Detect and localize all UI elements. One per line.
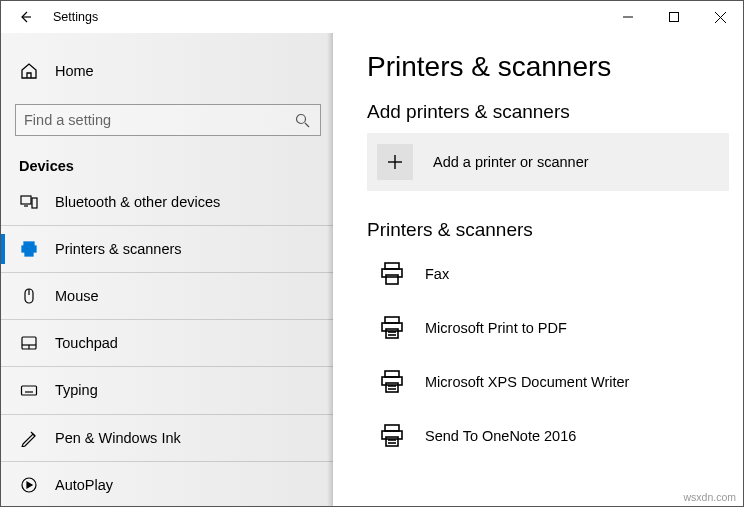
svg-rect-30 bbox=[385, 317, 399, 323]
sidebar-item-label: AutoPlay bbox=[55, 477, 113, 493]
home-icon bbox=[19, 62, 39, 80]
svg-rect-6 bbox=[21, 196, 31, 204]
svg-rect-40 bbox=[385, 425, 399, 431]
printer-item[interactable]: Send To OneNote 2016 bbox=[367, 409, 733, 463]
divider bbox=[1, 414, 333, 415]
printer-item[interactable]: Microsoft XPS Document Writer bbox=[367, 355, 733, 409]
add-printer-label: Add a printer or scanner bbox=[433, 154, 589, 170]
search-input-wrap[interactable] bbox=[15, 104, 321, 137]
sidebar-item-mouse[interactable]: Mouse bbox=[1, 275, 333, 317]
sidebar-item-touchpad[interactable]: Touchpad bbox=[1, 322, 333, 364]
sidebar-item-bluetooth[interactable]: Bluetooth & other devices bbox=[1, 180, 333, 222]
content-panel: Printers & scanners Add printers & scann… bbox=[333, 33, 743, 506]
home-button[interactable]: Home bbox=[1, 53, 333, 90]
back-button[interactable] bbox=[9, 1, 41, 33]
svg-rect-27 bbox=[385, 263, 399, 269]
sidebar-item-label: Touchpad bbox=[55, 335, 118, 351]
search-icon bbox=[292, 113, 312, 128]
mouse-icon bbox=[19, 287, 39, 305]
printer-item[interactable]: Fax bbox=[367, 247, 733, 301]
sidebar-item-label: Printers & scanners bbox=[55, 241, 182, 257]
maximize-icon bbox=[669, 12, 679, 22]
category-title: Devices bbox=[19, 158, 333, 174]
add-section-title: Add printers & scanners bbox=[367, 101, 733, 123]
window-title: Settings bbox=[53, 10, 98, 24]
minimize-button[interactable] bbox=[605, 1, 651, 33]
printer-item-label: Fax bbox=[425, 266, 449, 282]
sidebar-item-printers[interactable]: Printers & scanners bbox=[1, 228, 333, 270]
close-button[interactable] bbox=[697, 1, 743, 33]
maximize-button[interactable] bbox=[651, 1, 697, 33]
printer-doc-icon bbox=[377, 314, 407, 342]
pen-icon bbox=[19, 429, 39, 447]
add-printer-button[interactable]: Add a printer or scanner bbox=[367, 133, 729, 191]
settings-window: Settings Home De bbox=[0, 0, 744, 507]
minimize-icon bbox=[623, 12, 633, 22]
divider bbox=[1, 366, 333, 367]
sidebar-item-label: Pen & Windows Ink bbox=[55, 430, 181, 446]
svg-rect-35 bbox=[385, 371, 399, 377]
printer-item-label: Microsoft XPS Document Writer bbox=[425, 374, 629, 390]
svg-line-5 bbox=[305, 123, 309, 127]
divider bbox=[1, 461, 333, 462]
printer-icon bbox=[377, 260, 407, 288]
page-title: Printers & scanners bbox=[367, 51, 733, 83]
printer-item[interactable]: Microsoft Print to PDF bbox=[367, 301, 733, 355]
printer-doc-icon bbox=[377, 368, 407, 396]
sidebar-item-typing[interactable]: Typing bbox=[1, 369, 333, 411]
close-icon bbox=[715, 12, 726, 23]
plus-icon bbox=[386, 153, 404, 171]
home-label: Home bbox=[55, 63, 94, 79]
autoplay-icon bbox=[19, 476, 39, 494]
sidebar: Home Devices Bluetooth & other devices bbox=[1, 33, 333, 506]
window-body: Home Devices Bluetooth & other devices bbox=[1, 33, 743, 506]
touchpad-icon bbox=[19, 334, 39, 352]
divider bbox=[1, 319, 333, 320]
sidebar-item-pen[interactable]: Pen & Windows Ink bbox=[1, 417, 333, 459]
svg-rect-11 bbox=[25, 250, 33, 256]
svg-point-4 bbox=[296, 114, 305, 123]
sidebar-item-label: Bluetooth & other devices bbox=[55, 194, 220, 210]
printer-item-label: Microsoft Print to PDF bbox=[425, 320, 567, 336]
printers-section-title: Printers & scanners bbox=[367, 219, 733, 241]
divider bbox=[1, 272, 333, 273]
keyboard-icon bbox=[19, 381, 39, 399]
sidebar-item-label: Mouse bbox=[55, 288, 99, 304]
printer-icon bbox=[19, 240, 39, 258]
svg-rect-1 bbox=[670, 13, 679, 22]
printer-item-label: Send To OneNote 2016 bbox=[425, 428, 576, 444]
watermark: wsxdn.com bbox=[683, 491, 736, 503]
sidebar-item-label: Typing bbox=[55, 382, 98, 398]
nav-list: Bluetooth & other devices Printers & sca… bbox=[1, 180, 333, 506]
plus-icon-box bbox=[377, 144, 413, 180]
svg-rect-17 bbox=[22, 386, 37, 395]
divider bbox=[1, 225, 333, 226]
back-arrow-icon bbox=[17, 9, 33, 25]
devices-icon bbox=[19, 193, 39, 211]
svg-rect-7 bbox=[32, 198, 37, 208]
printer-doc-icon bbox=[377, 422, 407, 450]
svg-marker-24 bbox=[27, 482, 32, 488]
search-input[interactable] bbox=[24, 112, 292, 128]
titlebar: Settings bbox=[1, 1, 743, 33]
sidebar-item-autoplay[interactable]: AutoPlay bbox=[1, 464, 333, 506]
